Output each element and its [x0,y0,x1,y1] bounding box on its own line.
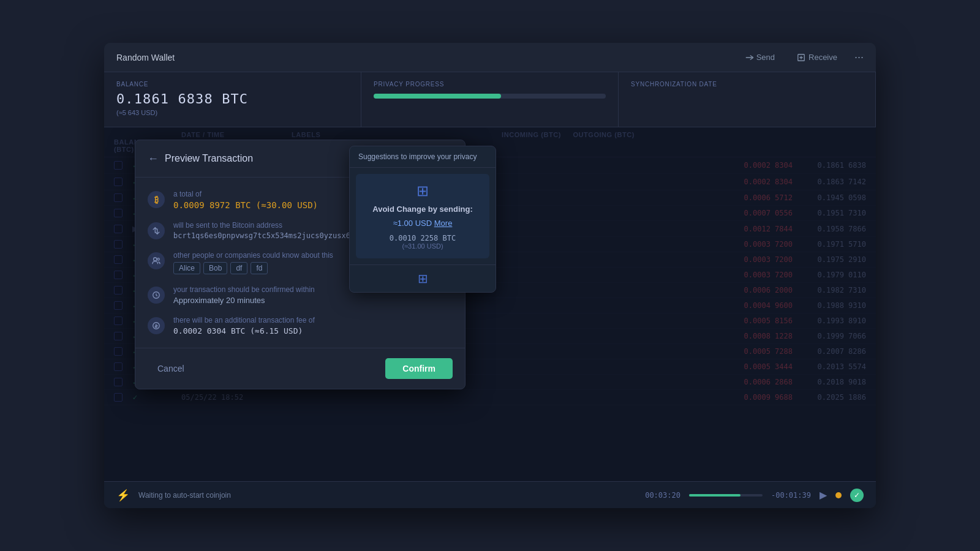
status-progress-fill [689,494,741,497]
balance-value: 0.1861 6838 BTC [116,91,349,107]
bitcoin-icon: ₿ [154,195,159,204]
play-button[interactable]: ▶ [820,489,827,501]
app-window: Random Wallet Send Receive ··· BALANCE 0… [104,43,876,508]
back-button[interactable]: ← [148,153,159,164]
amount-content: a total of 0.0009 8972 BTC (≈30.00 USD) [173,190,318,210]
confirm-time-content: your transaction should be confirmed wit… [173,285,315,305]
privacy-footer-icon: ⊞ [418,271,428,286]
address-value: bcrt1qs6es0pnpvwsg7tc5x534ms2jucs0yzusx6… [173,231,368,240]
tag-fd: fd [251,262,268,274]
clock-icon [152,291,160,299]
status-dot-indicator [835,492,842,498]
clock-icon-container [148,287,165,304]
people-icon [152,257,160,265]
dialog-footer: Cancel Confirm [135,348,465,389]
privacy-usd-amount: (≈31.00 USD) [364,242,481,250]
amount-value: 0.0009 8972 BTC (≈30.00 USD) [173,200,318,210]
parties-icon-container [148,252,165,269]
svg-point-1 [154,258,157,261]
privacy-suggestion-action: ≈1.00 USD More [364,219,481,228]
title-bar: Random Wallet Send Receive ··· [104,43,876,72]
cancel-button[interactable]: Cancel [148,359,194,378]
privacy-block: PRIVACY PROGRESS [361,72,619,127]
title-bar-left: Random Wallet [116,53,175,62]
svg-point-2 [157,258,160,261]
fee-label: there will be an additional transaction … [173,316,315,324]
more-options-button[interactable]: ··· [854,51,864,64]
status-check-icon: ✓ [850,489,864,502]
privacy-suggestion-title: Avoid Change by sending: [364,204,481,214]
parties-content: other people or companies could know abo… [173,251,333,274]
svg-point-4 [153,323,160,329]
confirm-button[interactable]: Confirm [385,358,453,379]
confirm-time-value: Approximately 20 minutes [173,296,315,305]
send-button[interactable]: Send [740,50,780,64]
amount-label: a total of [173,190,318,198]
status-bar: ⚡ Waiting to auto-start coinjoin 00:03:2… [104,481,876,508]
fee-row: there will be an additional transaction … [148,316,453,335]
balance-label: BALANCE [116,81,349,88]
privacy-suggestion-card: ⊞ Avoid Change by sending: ≈1.00 USD Mor… [356,174,489,258]
title-bar-right: Send Receive ··· [740,50,864,64]
address-icon-container [148,222,165,239]
privacy-suggestions-popup: Suggestions to improve your privacy ⊞ Av… [349,146,496,293]
balance-usd: (≈5 643 USD) [116,109,349,116]
parties-label: other people or companies could know abo… [173,251,333,260]
fee-icon-container [148,317,165,334]
sync-label: SYNCHRONIZATION DATE [631,81,863,88]
status-timer-2: -00:01:39 [771,491,811,500]
fee-value: 0.0002 0304 BTC (≈6.15 USD) [173,326,315,335]
status-timer-1: 00:03:20 [645,491,680,500]
address-label: will be sent to the Bitcoin address [173,221,368,230]
receive-button[interactable]: Receive [792,50,842,64]
privacy-btc-amount: 0.0010 2258 BTC [364,234,481,242]
bitcoin-icon-container: ₿ [148,191,165,208]
arrows-icon [152,227,160,235]
main-content: Date / Time Labels Incoming (BTC) Outgoi… [104,127,876,481]
fee-icon [152,321,160,330]
privacy-suggestion-icon: ⊞ [364,182,481,200]
address-content: will be sent to the Bitcoin address bcrt… [173,221,368,240]
status-progress-bar [689,494,763,497]
parties-tags: Alice Bob df fd [173,262,333,274]
privacy-label: PRIVACY PROGRESS [374,81,606,88]
receive-icon [797,53,805,62]
privacy-popup-header: Suggestions to improve your privacy [350,146,496,168]
confirm-time-label: your transaction should be confirmed wit… [173,285,315,294]
app-title: Random Wallet [116,53,175,62]
wasabi-logo-icon: ⚡ [116,489,130,502]
privacy-popup-footer: ⊞ [350,264,496,292]
balance-block: BALANCE 0.1861 6838 BTC (≈5 643 USD) [104,72,361,127]
status-text: Waiting to auto-start coinjoin [138,491,636,500]
tag-bob: Bob [203,262,227,274]
stats-bar: BALANCE 0.1861 6838 BTC (≈5 643 USD) PRI… [104,72,876,127]
tag-alice: Alice [173,262,200,274]
send-icon [745,53,753,62]
tag-df: df [230,262,247,274]
fee-content: there will be an additional transaction … [173,316,315,335]
sync-block: SYNCHRONIZATION DATE [619,72,876,127]
more-link[interactable]: More [434,219,453,228]
